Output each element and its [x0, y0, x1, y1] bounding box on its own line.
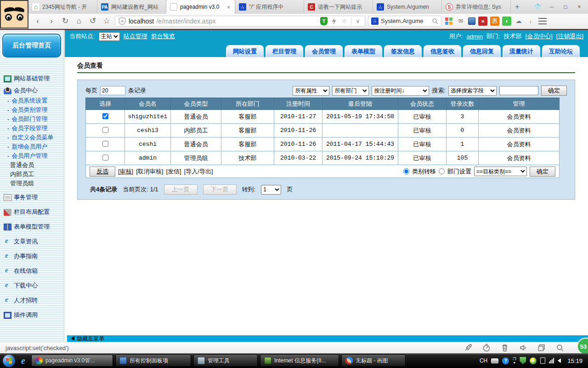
row-checkbox[interactable]	[102, 127, 108, 133]
import-export-link[interactable]: [导入/导出]	[184, 167, 213, 176]
sidebar-item-member-center[interactable]: 会员中心	[4, 85, 62, 96]
sidebar-item-member-category[interactable]: 会员类别管理	[4, 105, 62, 115]
row-checkbox[interactable]	[102, 155, 108, 161]
member-profile-link[interactable]: 会员资料	[479, 124, 560, 138]
browser-search-box[interactable]: ∴ System.Argume	[368, 16, 441, 27]
download-icon[interactable]: ↓	[526, 17, 535, 26]
hide-menu-label[interactable]: ◀ 隐藏左菜单	[70, 335, 104, 342]
taskbar-button-control-panel[interactable]: 所有控制面板项	[115, 355, 191, 367]
site-manage-link[interactable]: 站点管理	[124, 32, 147, 40]
favorite-star-icon[interactable]: ☆	[101, 16, 112, 27]
tab-issue-info[interactable]: 签发信息	[384, 45, 422, 57]
member-center-link[interactable]: [会员中心]	[526, 32, 553, 40]
per-page-input[interactable]	[100, 86, 125, 95]
new-tab-button[interactable]: +	[511, 0, 524, 14]
approve-link[interactable]: [审核]	[118, 167, 133, 176]
boost-rocket-icon[interactable]	[464, 344, 472, 352]
sidebar-item-layout-config[interactable]: 栏目布局配置	[4, 207, 62, 218]
sidebar-item-add-member[interactable]: 新增会员用户	[4, 142, 62, 151]
admin-home-button[interactable]: 后台管理首页	[2, 34, 61, 58]
sidebar-item-download-center[interactable]: 下载中心	[4, 280, 62, 291]
category-transfer-radio[interactable]	[403, 168, 409, 174]
member-profile-link[interactable]: 会员资料	[479, 138, 560, 151]
undo-icon[interactable]: ↺	[87, 16, 98, 27]
sidebar-item-member-system[interactable]: 会员系统设置	[4, 96, 62, 105]
invert-selection-button[interactable]: 反选	[90, 167, 115, 177]
next-page-button[interactable]: 下一页	[203, 184, 237, 195]
clock[interactable]: 15:19	[565, 357, 585, 364]
trust-shield-icon[interactable]: T	[320, 17, 328, 25]
member-profile-link[interactable]: 会员资料	[479, 110, 560, 124]
sidebar-item-normal-members[interactable]: 普通会员	[4, 161, 62, 170]
tab-form-model[interactable]: 表单模型	[345, 45, 382, 57]
speed-score-badge[interactable]: 53	[577, 338, 588, 355]
logout-link[interactable]: [注销退出]	[556, 32, 583, 40]
sidebar-item-affairs[interactable]: 事务管理	[4, 192, 62, 203]
tab-site-settings[interactable]: 网站设置	[226, 45, 264, 57]
send-message-link[interactable]: [发信]	[166, 167, 181, 176]
hide-left-menu-bar[interactable]: ◀ 隐藏左菜单	[67, 335, 588, 342]
browser-tab[interactable]: ⌂ 2345网址导航 - 开	[28, 0, 97, 14]
screenshot-icon[interactable]	[468, 17, 475, 25]
maximize-button[interactable]: □	[560, 2, 571, 12]
target-category-select[interactable]: ==目标类别==	[474, 167, 527, 176]
dept-setting-radio[interactable]	[439, 168, 445, 174]
network-signal-icon[interactable]	[549, 358, 554, 363]
browser-tab[interactable]: S 异常详细信息: Sys	[442, 0, 511, 14]
browser-tab-active[interactable]: pageadmin v3.0 ×	[166, 0, 235, 14]
member-profile-link[interactable]: 会员资料	[479, 151, 560, 165]
browser-tab[interactable]: C 请教一下网站提示	[304, 0, 373, 14]
hui-coupon-ext-icon[interactable]: 惠	[490, 17, 499, 26]
skin-icon[interactable]: 👕	[532, 2, 544, 12]
sidebar-item-form-models[interactable]: 表单模型管理	[4, 221, 62, 232]
taskbar-button-pageadmin[interactable]: pageadmin v3.0管...	[31, 355, 113, 367]
zoom-search-icon[interactable]	[556, 344, 564, 352]
tab-help-forum[interactable]: 互助论坛	[542, 45, 580, 57]
address-bar[interactable]: localhost /e/master/index.aspx T ☆ ∨	[115, 16, 365, 27]
tab-traffic-stats[interactable]: 流量统计	[503, 45, 540, 57]
prev-page-button[interactable]: 上一页	[164, 184, 198, 195]
speed-lightning-icon[interactable]	[330, 17, 338, 25]
attribute-filter-select[interactable]: 所有属性	[293, 86, 329, 96]
sort-select[interactable]: 按注册时间↓	[372, 86, 429, 96]
sidebar-item-member-dept[interactable]: 会员部门管理	[4, 115, 62, 124]
bookmark-star-icon[interactable]: ☆	[340, 17, 349, 25]
windows-restore-icon[interactable]	[537, 344, 546, 352]
home-icon[interactable]: ⌂	[74, 16, 85, 27]
help-icon[interactable]: ?	[502, 357, 509, 364]
row-checkbox[interactable]	[102, 113, 108, 119]
ie-taskbar-icon[interactable]: e	[17, 356, 29, 366]
mute-speaker-icon[interactable]	[519, 344, 527, 352]
clipboard-tray-icon[interactable]	[540, 357, 545, 364]
row-checkbox[interactable]	[102, 141, 108, 147]
sidebar-item-member-users[interactable]: 会员用户管理	[4, 151, 62, 161]
browser-tab[interactable]: ∴ "/" 应用程序中	[235, 0, 304, 14]
safety-plus-icon[interactable]: +	[530, 357, 537, 364]
mail-icon[interactable]: ✉	[456, 17, 465, 26]
taskbar-button-admin-tools[interactable]: 管理工具	[193, 355, 258, 367]
goto-page-select[interactable]: 1	[261, 185, 281, 195]
dept-filter-select[interactable]: 所有部门	[332, 86, 369, 96]
search-input[interactable]	[499, 86, 538, 95]
chevron-down-icon[interactable]: ∨	[354, 17, 362, 25]
sidebar-item-recruitment[interactable]: 人才招聘	[4, 295, 62, 306]
sidebar-item-guide[interactable]: 办事指南	[4, 251, 62, 262]
hidden-icons-toggle[interactable]: ❐▾	[513, 357, 516, 364]
sidebar-item-online-mailbox[interactable]: 在线信箱	[4, 265, 62, 276]
sidebar-item-plugins[interactable]: 插件调用	[4, 310, 62, 321]
sidebar-item-articles[interactable]: 文章资讯	[4, 236, 62, 247]
keyboard-icon[interactable]	[491, 358, 498, 363]
search-submit-button[interactable]: 确定	[541, 86, 567, 96]
apps-grid-icon[interactable]	[444, 17, 453, 26]
sidebar-item-custom-menu[interactable]: 自定义会员菜单	[4, 133, 62, 142]
site-select[interactable]: 主站	[99, 32, 120, 41]
refresh-icon[interactable]: ↻	[60, 16, 71, 27]
search-field-select[interactable]: 选择搜索字段	[448, 86, 497, 96]
sidebar-item-member-fields[interactable]: 会员字段管理	[4, 124, 62, 133]
wechat-ext-icon[interactable]: ◖	[502, 17, 511, 26]
taskbar-button-paint[interactable]: 无标题 - 画图	[341, 355, 406, 367]
trash-icon[interactable]	[501, 344, 509, 352]
user-name-link[interactable]: admin	[466, 33, 482, 40]
volume-icon[interactable]	[558, 358, 561, 363]
fast-forward-ext-icon[interactable]: »	[478, 17, 487, 26]
